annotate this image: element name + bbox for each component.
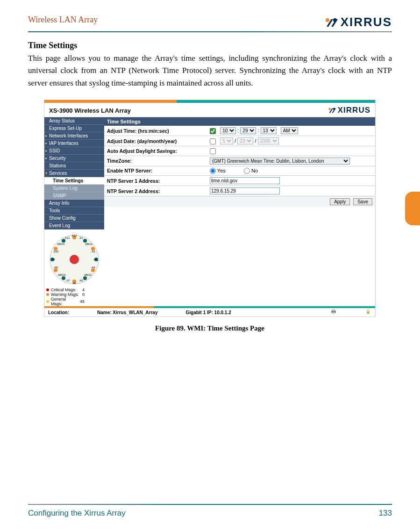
- body-paragraph: This page allows you to manage the Array…: [28, 52, 392, 89]
- adjust-date-year-select[interactable]: 2005: [258, 137, 279, 144]
- save-button[interactable]: Save: [353, 198, 372, 205]
- adjust-time-label: Adjust Time: (hrs:min:sec): [104, 126, 207, 136]
- footer-section-title: Configuring the Xirrus Array: [28, 509, 126, 518]
- header-rule: [28, 31, 392, 32]
- timezone-label: TimeZone:: [104, 156, 207, 166]
- general-msgs-label: General Msgs:: [51, 297, 78, 306]
- sidebar-item-security[interactable]: Security: [44, 155, 104, 162]
- svg-point-7: [83, 239, 87, 243]
- warning-msgs-label: Warning Msgs:: [51, 292, 79, 297]
- critical-msgs-label: Critical Msgs:: [51, 288, 76, 292]
- ntp1-label: NTP Server 1 Address:: [104, 176, 207, 186]
- sidebar-sub-system-log[interactable]: System Log: [44, 185, 104, 192]
- svg-point-10: [91, 268, 95, 272]
- adjust-time-seconds-select[interactable]: 13: [261, 127, 277, 134]
- ntp-enable-label: Enable NTP Server:: [104, 166, 207, 176]
- svg-text:A3: A3: [93, 258, 97, 261]
- sidebar-sub-snmp[interactable]: SNMP: [44, 192, 104, 200]
- sidebar-item-ssid[interactable]: SSID: [44, 147, 104, 155]
- ntp-no-label: No: [251, 168, 258, 173]
- svg-point-0: [326, 18, 329, 22]
- message-counts: Critical Msgs: 4 Warning Msgs: 0 General…: [44, 288, 104, 306]
- page-header-title: Wireless LAN Array: [28, 15, 98, 25]
- svg-point-13: [62, 276, 65, 280]
- dst-checkbox[interactable]: [210, 148, 216, 154]
- dst-label: Auto Adjust Daylight Savings:: [104, 146, 207, 156]
- ntp-no-radio[interactable]: [244, 168, 250, 174]
- svg-rect-35: [332, 309, 335, 311]
- figure-title: XS-3900 Wireless LAN Array: [49, 107, 131, 114]
- svg-text:A2: A2: [92, 250, 95, 253]
- svg-text:A5: A5: [79, 279, 83, 282]
- main-panel: Time Settings Adjust Time: (hrs:min:sec)…: [104, 117, 375, 207]
- critical-msgs-value: 4: [82, 288, 104, 292]
- ntp-yes-radio[interactable]: [210, 168, 216, 174]
- sidebar-item-tools[interactable]: Tools: [44, 207, 104, 215]
- array-diagram: A12 A11 A1 ABG4 ABG1 A10 A2 A9 A3 A8 A4 …: [44, 231, 104, 288]
- adjust-date-checkbox[interactable]: [210, 138, 216, 144]
- adjust-date-month-select[interactable]: 23: [237, 137, 253, 144]
- svg-text:A12: A12: [72, 234, 77, 237]
- svg-text:ABG1: ABG1: [85, 243, 93, 245]
- sidebar-item-stations[interactable]: Stations: [44, 162, 104, 170]
- ntp-yes-label: Yes: [217, 168, 226, 173]
- xirrus-logo: XIRRUS: [325, 15, 392, 29]
- adjust-time-ampm-select[interactable]: AM: [281, 127, 298, 134]
- sidebar-item-services[interactable]: Services: [44, 170, 104, 177]
- sidebar-item-show-config[interactable]: Show Config: [44, 215, 104, 222]
- svg-point-17: [62, 239, 65, 243]
- adjust-time-minutes-select[interactable]: 29: [240, 127, 256, 134]
- svg-text:A11: A11: [65, 237, 70, 239]
- footer-page-number: 133: [379, 509, 392, 518]
- dot-warning-icon: [46, 293, 49, 296]
- svg-text:A9: A9: [51, 258, 55, 261]
- svg-text:A1: A1: [79, 237, 83, 239]
- sidebar: Array Status Express Set-Up Network Inte…: [44, 117, 104, 306]
- adjust-date-day-select[interactable]: 5: [220, 137, 233, 144]
- svg-text:A8: A8: [54, 266, 58, 269]
- svg-text:A10: A10: [54, 250, 59, 253]
- ntp2-input[interactable]: [210, 187, 280, 194]
- lock-icon[interactable]: [365, 309, 371, 315]
- sidebar-item-iap-interfaces[interactable]: IAP Interfaces: [44, 140, 104, 147]
- svg-text:ABG3: ABG3: [58, 273, 66, 276]
- svg-rect-36: [332, 313, 335, 314]
- svg-point-2: [328, 108, 331, 110]
- svg-text:A6: A6: [72, 282, 76, 285]
- dot-critical-icon: [46, 288, 49, 291]
- svg-point-11: [83, 276, 87, 280]
- figure-wmi-time-settings: XS-3900 Wireless LAN Array XIRRUS Array …: [44, 100, 376, 317]
- general-msgs-value: 45: [80, 299, 104, 304]
- main-panel-header: Time Settings: [104, 117, 375, 126]
- adjust-date-label: Adjust Date: (day/month/year): [104, 136, 207, 146]
- adjust-time-hours-select[interactable]: 10: [220, 127, 236, 134]
- footer-name-label: Name: Xirrus_WLAN_Array: [97, 310, 158, 315]
- svg-point-14: [54, 268, 57, 272]
- footer-gigabit-label: Gigabit 1 IP: 10.0.1.2: [186, 310, 231, 315]
- sidebar-item-array-info[interactable]: Array Info: [44, 200, 104, 207]
- section-title: Time Settings: [28, 41, 392, 50]
- ntp2-label: NTP Server 2 Address:: [104, 186, 207, 196]
- svg-text:A4: A4: [92, 266, 95, 269]
- svg-text:ABG2: ABG2: [84, 273, 92, 276]
- adjust-time-checkbox[interactable]: [210, 128, 216, 134]
- sidebar-item-event-log[interactable]: Event Log: [44, 222, 104, 230]
- sidebar-item-express-setup[interactable]: Express Set-Up: [44, 125, 104, 132]
- xirrus-logo-small: XIRRUS: [328, 106, 370, 115]
- apply-button[interactable]: Apply: [330, 198, 350, 205]
- dot-general-icon: [46, 300, 49, 303]
- printer-icon[interactable]: [330, 309, 337, 315]
- ntp1-input[interactable]: [210, 177, 280, 184]
- footer-rule: [28, 504, 392, 505]
- sidebar-sub-time-settings[interactable]: Time Settings: [44, 177, 104, 185]
- warning-msgs-value: 0: [82, 292, 104, 297]
- sidebar-item-array-status[interactable]: Array Status: [44, 117, 104, 125]
- side-tab: [405, 192, 420, 225]
- sidebar-item-network-interfaces[interactable]: Network Interfaces: [44, 132, 104, 140]
- svg-text:A7: A7: [66, 279, 70, 282]
- footer-location-label: Location:: [48, 310, 69, 315]
- svg-point-5: [70, 255, 79, 264]
- timezone-select[interactable]: (GMT) Greenwich Mean Time: Dublin, Lisbo…: [210, 158, 350, 165]
- svg-rect-37: [367, 311, 370, 314]
- svg-text:ABG4: ABG4: [57, 243, 65, 245]
